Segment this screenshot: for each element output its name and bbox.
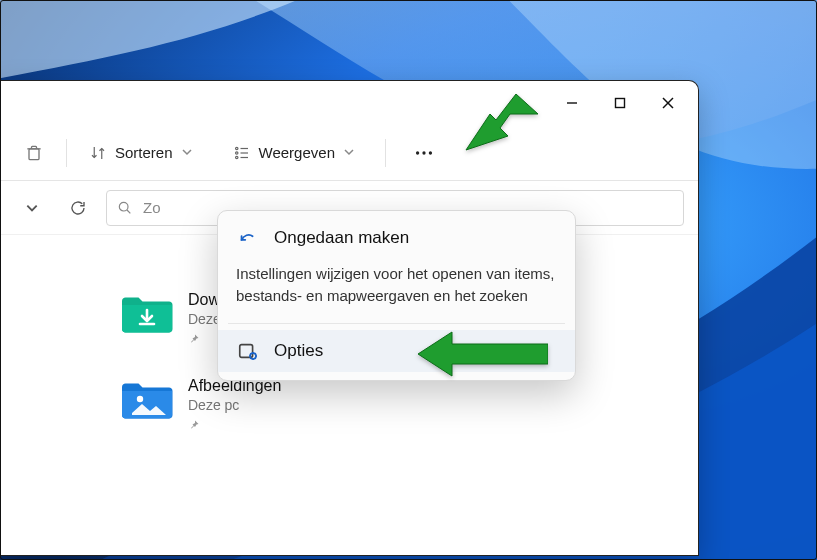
menu-item-label: Ongedaan maken — [274, 228, 409, 248]
downloads-folder-icon — [120, 291, 174, 335]
ellipsis-icon — [413, 142, 435, 164]
view-icon — [233, 144, 251, 162]
svg-rect-2 — [616, 99, 625, 108]
chevron-down-icon — [343, 144, 355, 161]
sort-dropdown[interactable]: Sorteren — [79, 133, 203, 173]
svg-point-6 — [235, 147, 237, 149]
close-button[interactable] — [644, 83, 692, 123]
toolbar-separator — [66, 139, 67, 167]
refresh-button[interactable] — [60, 190, 96, 226]
options-icon — [236, 340, 260, 362]
svg-point-12 — [416, 151, 419, 154]
svg-point-8 — [235, 156, 237, 158]
list-item[interactable]: Afbeeldingen Deze pc — [120, 377, 698, 435]
toolbar-separator — [385, 139, 386, 167]
view-label: Weergeven — [259, 144, 335, 161]
search-icon — [117, 200, 133, 216]
view-dropdown[interactable]: Weergeven — [223, 133, 365, 173]
svg-point-15 — [119, 202, 128, 211]
sort-label: Sorteren — [115, 144, 173, 161]
chevron-down-icon — [181, 144, 193, 161]
menu-tooltip-text: Instellingen wijzigen voor het openen va… — [218, 259, 575, 319]
more-button[interactable] — [404, 133, 444, 173]
item-subtitle: Deze pc — [188, 397, 281, 413]
svg-rect-5 — [29, 148, 39, 159]
undo-icon — [236, 227, 260, 249]
svg-point-14 — [429, 151, 432, 154]
menu-item-label: Opties — [274, 341, 323, 361]
menu-item-options[interactable]: Opties — [218, 330, 575, 372]
svg-line-16 — [127, 210, 130, 213]
more-menu: Ongedaan maken Instellingen wijzigen voo… — [217, 210, 576, 381]
menu-separator — [228, 323, 565, 324]
pictures-folder-icon — [120, 377, 174, 421]
minimize-button[interactable] — [548, 83, 596, 123]
svg-point-7 — [235, 151, 237, 153]
delete-button[interactable] — [14, 133, 54, 173]
command-toolbar: Sorteren Weergeven — [0, 125, 698, 181]
maximize-button[interactable] — [596, 83, 644, 123]
recent-locations-button[interactable] — [14, 190, 50, 226]
pin-icon — [188, 417, 281, 435]
svg-point-13 — [422, 151, 425, 154]
menu-item-undo[interactable]: Ongedaan maken — [218, 217, 575, 259]
window-titlebar — [0, 81, 698, 125]
search-placeholder: Zo — [143, 199, 161, 216]
svg-point-17 — [137, 396, 143, 402]
sort-icon — [89, 144, 107, 162]
